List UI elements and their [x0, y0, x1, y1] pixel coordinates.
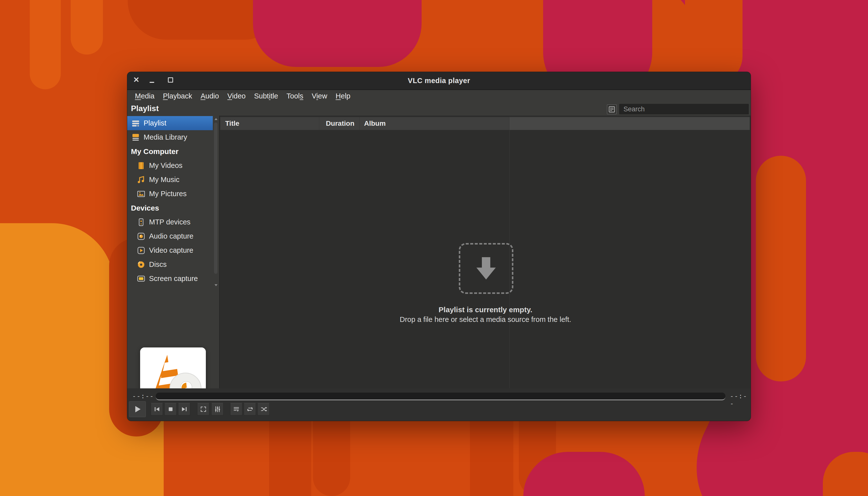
playlist-view-icon — [609, 106, 615, 113]
playlist-toolbar: Playlist — [127, 102, 751, 115]
menu-item-subtitle[interactable]: Subtitle — [250, 90, 282, 102]
playlist-view-title: Playlist — [131, 104, 159, 113]
previous-icon — [154, 406, 160, 413]
sidebar-scrollbar[interactable] — [213, 116, 219, 288]
music-icon — [137, 175, 145, 184]
loop-icon — [247, 406, 253, 413]
sidebar-item-my-videos[interactable]: My Videos — [127, 158, 213, 173]
drop-arrow-icon — [472, 255, 500, 282]
sidebar-item-label: MTP devices — [149, 218, 190, 226]
extended-settings-button[interactable] — [211, 403, 223, 415]
search-box — [619, 104, 749, 114]
seek-slider[interactable] — [156, 392, 725, 400]
pictures-icon — [137, 189, 145, 198]
audio-capture-icon — [137, 232, 145, 241]
play-button[interactable] — [129, 401, 146, 417]
menu-bar: Media Playback Audio Video Subtitle Tool… — [127, 90, 751, 102]
sidebar-item-label: Screen capture — [149, 275, 198, 283]
next-button[interactable] — [178, 403, 190, 415]
vlc-window: VLC media player ✕ Media Playback Audio … — [127, 72, 751, 421]
sidebar-item-label: Discs — [149, 260, 167, 268]
sidebar-item-audio-capture[interactable]: Audio capture — [127, 229, 213, 243]
previous-button[interactable] — [151, 403, 163, 415]
total-time: --:-- — [730, 392, 751, 407]
transport-bar: --:-- --:-- — [127, 388, 751, 421]
playlist-panel: Title Duration Album Playlist is current… — [219, 115, 751, 388]
titlebar[interactable]: VLC media player ✕ — [127, 72, 751, 90]
sidebar-item-label: My Pictures — [149, 190, 186, 198]
menu-item-audio[interactable]: Audio — [197, 90, 223, 102]
sidebar-item-playlist[interactable]: Playlist — [127, 116, 213, 130]
stop-button[interactable] — [165, 403, 176, 415]
menu-item-tools[interactable]: Tools — [282, 90, 308, 102]
sidebar-item-screen-capture[interactable]: Screen capture — [127, 272, 213, 286]
sidebar-header-my-computer: My Computer — [127, 144, 213, 158]
show-playlist-button[interactable] — [230, 403, 242, 415]
videos-icon — [137, 161, 145, 170]
random-icon — [260, 406, 267, 413]
menu-item-video[interactable]: Video — [223, 90, 250, 102]
maximize-icon[interactable] — [168, 77, 173, 82]
empty-state-line1: Playlist is currently empty. — [220, 306, 751, 314]
scroll-up-icon[interactable] — [215, 118, 217, 120]
play-icon — [133, 405, 142, 414]
sidebar-item-label: Video capture — [149, 246, 193, 254]
scroll-down-icon[interactable] — [215, 284, 217, 286]
sidebar-item-label: My Music — [149, 175, 179, 184]
show-playlist-icon — [233, 406, 240, 413]
menu-item-playback[interactable]: Playback — [159, 90, 197, 102]
empty-playlist-area[interactable]: Playlist is currently empty. Drop a file… — [220, 115, 751, 388]
next-icon — [181, 406, 188, 413]
sidebar-item-my-music[interactable]: My Music — [127, 173, 213, 187]
sidebar-item-label: Playlist — [144, 119, 166, 127]
minimize-icon[interactable] — [150, 82, 154, 83]
fullscreen-icon — [200, 406, 207, 413]
sidebar-item-mtp-devices[interactable]: MTP devices — [127, 215, 213, 229]
random-button[interactable] — [258, 403, 269, 415]
loop-button[interactable] — [244, 403, 256, 415]
mtp-devices-icon — [137, 218, 145, 227]
elapsed-time: --:-- — [132, 392, 154, 400]
drop-zone[interactable] — [459, 243, 513, 294]
sidebar-item-label: My Videos — [149, 161, 183, 170]
screen-capture-icon — [137, 274, 145, 283]
sidebar-header-devices: Devices — [127, 201, 213, 215]
menu-item-media[interactable]: Media — [131, 90, 159, 102]
sidebar-item-label: Audio capture — [149, 232, 193, 240]
sidebar: Playlist Media Library My Computer My Vi… — [127, 115, 219, 388]
playlist-view-toggle-button[interactable] — [607, 104, 617, 114]
window-title: VLC media player — [127, 72, 751, 89]
sidebar-item-my-pictures[interactable]: My Pictures — [127, 187, 213, 201]
menu-item-help[interactable]: Help — [331, 90, 355, 102]
disc-icon — [137, 260, 145, 269]
close-icon[interactable]: ✕ — [133, 76, 139, 84]
sidebar-item-label: Media Library — [144, 133, 187, 141]
media-library-icon — [131, 133, 140, 142]
scrollbar-thumb[interactable] — [214, 123, 217, 274]
sidebar-item-media-library[interactable]: Media Library — [127, 130, 213, 144]
search-input[interactable] — [620, 104, 748, 114]
sidebar-item-discs[interactable]: Discs — [127, 258, 213, 272]
playlist-icon — [131, 119, 140, 128]
video-capture-icon — [137, 246, 145, 255]
equalizer-icon — [214, 406, 221, 413]
menu-item-view[interactable]: View — [308, 90, 331, 102]
fullscreen-button[interactable] — [197, 403, 209, 415]
stop-icon — [167, 406, 174, 413]
sidebar-item-video-capture[interactable]: Video capture — [127, 243, 213, 258]
empty-state-line2: Drop a file here or select a media sourc… — [220, 315, 751, 324]
